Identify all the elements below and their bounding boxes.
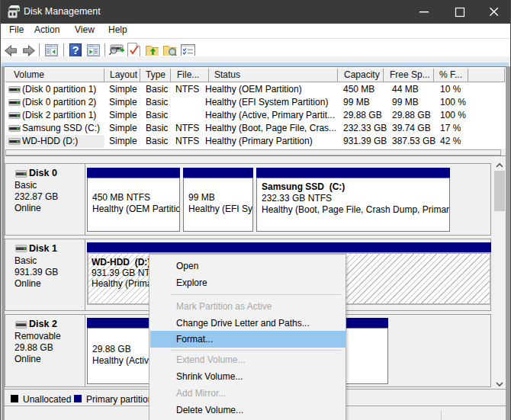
svg-text:?: ?: [72, 43, 79, 56]
